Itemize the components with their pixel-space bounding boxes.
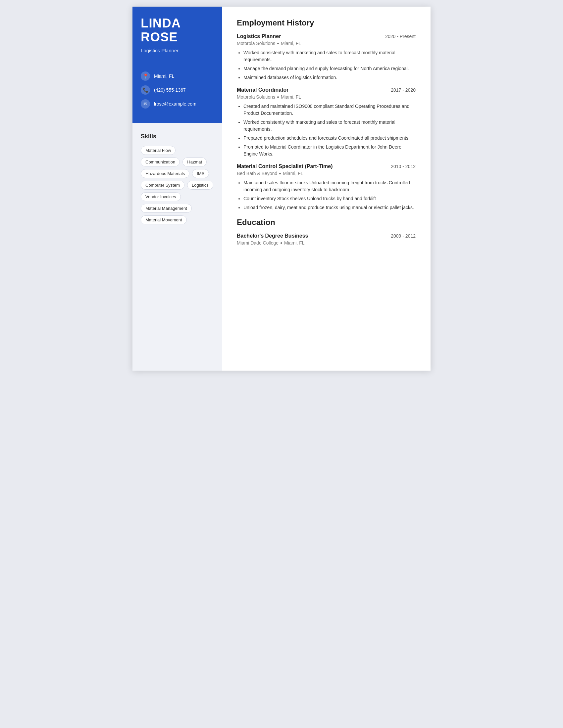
job-dates: 2020 - Present [385,34,416,39]
contact-phone: 📞 (420) 555-1367 [141,85,213,95]
job-header: Material Control Specialist (Part-Time)2… [237,163,416,169]
education-section-title: Education [237,218,416,227]
job-bullet: Maintained sales floor in-stocks Unloade… [243,179,416,193]
skill-badge: Material Flow [141,146,175,155]
school-name: Miami Dade College [237,240,278,246]
skill-badge: Communication [141,158,180,166]
job-company: Motorola SolutionsMiami, FL [237,41,416,46]
job-bullet: Maintained databases of logistics inform… [243,74,416,81]
location-icon: 📍 [141,71,150,81]
job-title: Logistics Planner [237,33,281,39]
employment-section-title: Employment History [237,18,416,27]
company-location: Miami, FL [281,94,301,100]
skill-badge: Material Management [141,204,192,213]
skill-badge: Material Movement [141,215,187,224]
education-container: Bachelor's Degree Business2009 - 2012Mia… [237,233,416,246]
skill-badge: Vendor Invoices [141,192,181,201]
job-bullet: Worked consistently with marketing and s… [243,119,416,133]
job-dates: 2017 - 2020 [391,87,416,93]
job-bullet: Unload frozen, dairy, meat and produce t… [243,204,416,211]
main-content: Employment History Logistics Planner2020… [222,7,431,371]
job-title: Material Coordinator [237,87,289,93]
name-line1: LINDA [141,16,181,30]
job-entry: Material Control Specialist (Part-Time)2… [237,163,416,211]
contact-location: 📍 Miami, FL [141,71,213,81]
company-location: Miami, FL [283,171,303,176]
company-location: Miami, FL [281,41,301,46]
school-location: Miami, FL [284,240,305,246]
location-text: Miami, FL [154,73,174,79]
company-name: Bed Bath & Beyond [237,171,277,176]
job-bullets: Created and maintained ISO9000 compliant… [243,103,416,158]
skill-badge: Logistics [187,181,213,190]
skill-badge: Hazmat [182,158,207,166]
job-bullet: Worked consistently with marketing and s… [243,49,416,63]
company-name: Motorola Solutions [237,41,275,46]
job-header: Material Coordinator2017 - 2020 [237,87,416,93]
phone-icon: 📞 [141,85,150,95]
job-entry: Logistics Planner2020 - PresentMotorola … [237,33,416,81]
contact-email: ✉ lrose@example.com [141,99,213,109]
job-bullets: Worked consistently with marketing and s… [243,49,416,81]
email-text: lrose@example.com [154,101,196,107]
education-entry: Bachelor's Degree Business2009 - 2012Mia… [237,233,416,246]
job-dates: 2010 - 2012 [391,164,416,169]
skills-list: Material FlowCommunicationHazmatHazardou… [141,146,213,224]
separator [277,96,279,98]
edu-degree: Bachelor's Degree Business [237,233,308,239]
edu-dates: 2009 - 2012 [391,233,416,239]
separator [280,242,282,244]
job-bullet: Prepared production schedules and foreca… [243,135,416,142]
separator [279,173,281,174]
job-bullet: Promoted to Material Coordinator in the … [243,144,416,158]
skill-badge: Computer System [141,181,184,190]
candidate-name: LINDA ROSE [141,17,213,44]
job-company: Motorola SolutionsMiami, FL [237,94,416,100]
skill-badge: IMS [192,169,209,178]
sidebar-skills: Skills Material FlowCommunicationHazmatH… [132,123,222,371]
name-line2: ROSE [141,30,178,44]
resume-container: LINDA ROSE Logistics Planner 📍 Miami, FL… [132,7,431,371]
skill-badge: Hazardous Materials [141,169,189,178]
job-company: Bed Bath & BeyondMiami, FL [237,171,416,176]
separator [277,43,279,44]
edu-school: Miami Dade CollegeMiami, FL [237,240,416,246]
sidebar-header: LINDA ROSE Logistics Planner [132,7,222,65]
job-title: Material Control Specialist (Part-Time) [237,163,333,169]
company-name: Motorola Solutions [237,94,275,100]
job-bullets: Maintained sales floor in-stocks Unloade… [243,179,416,211]
job-bullet: Created and maintained ISO9000 compliant… [243,103,416,117]
job-bullet: Manage the demand planning and supply fo… [243,65,416,72]
phone-text: (420) 555-1367 [154,87,186,93]
skills-section-title: Skills [141,133,213,140]
jobs-container: Logistics Planner2020 - PresentMotorola … [237,33,416,211]
employment-section: Employment History Logistics Planner2020… [237,18,416,211]
job-entry: Material Coordinator2017 - 2020Motorola … [237,87,416,158]
sidebar: LINDA ROSE Logistics Planner 📍 Miami, FL… [132,7,222,371]
candidate-title: Logistics Planner [141,48,213,53]
job-header: Logistics Planner2020 - Present [237,33,416,39]
edu-header: Bachelor's Degree Business2009 - 2012 [237,233,416,239]
sidebar-contact: 📍 Miami, FL 📞 (420) 555-1367 ✉ lrose@exa… [132,65,222,123]
job-bullet: Count inventory Stock shelves Unload tru… [243,195,416,202]
email-icon: ✉ [141,99,150,109]
education-section: Education Bachelor's Degree Business2009… [237,218,416,246]
